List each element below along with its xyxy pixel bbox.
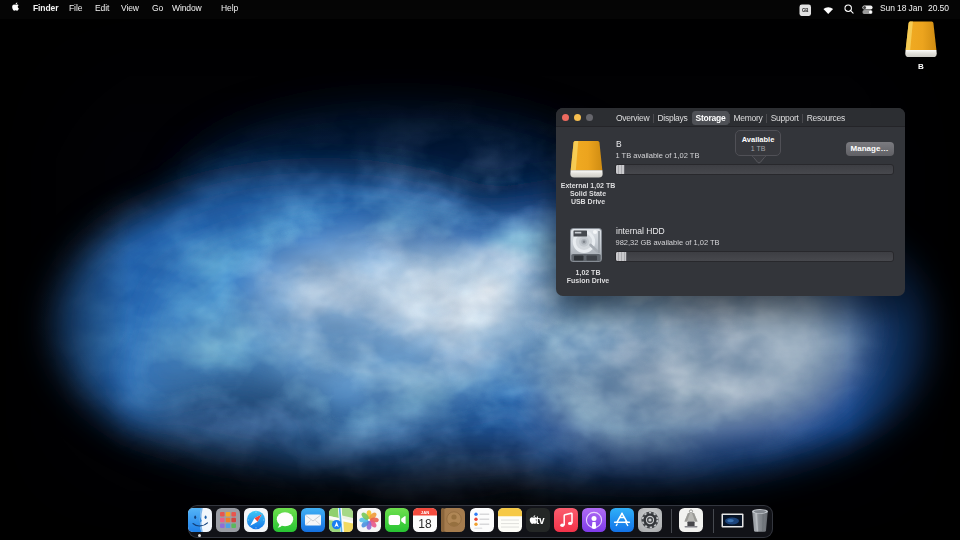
svg-text:tv: tv	[536, 515, 545, 526]
svg-text:18: 18	[419, 516, 433, 530]
svg-text:JAN: JAN	[421, 509, 429, 514]
svg-text:GB: GB	[802, 8, 808, 13]
